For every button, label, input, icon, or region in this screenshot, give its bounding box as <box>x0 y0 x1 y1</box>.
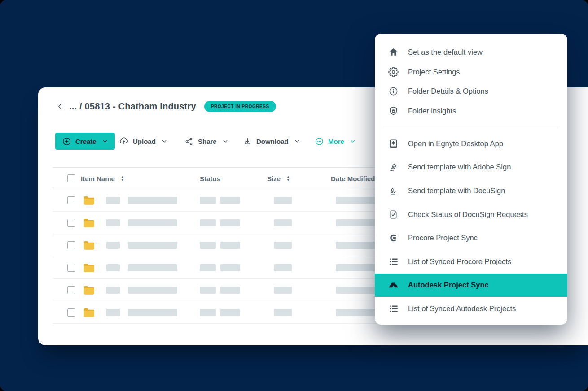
menu-item-label: List of Synced Autodesk Projects <box>408 304 516 313</box>
menu-item-list-of-synced-procore-projects[interactable]: List of Synced Procore Projects <box>375 250 567 274</box>
menu-item-label: Check Status of DocuSign Requests <box>408 210 528 219</box>
column-header-date-modified: Date Modified <box>331 174 375 182</box>
download-button[interactable]: Download <box>243 133 300 150</box>
row-checkbox[interactable] <box>67 308 75 317</box>
skeleton-bar <box>220 309 240 316</box>
menu-item-label: Open in Egnyte Desktop App <box>408 139 503 148</box>
skeleton-bar <box>200 287 216 294</box>
list-icon <box>387 256 399 267</box>
ellipsis-circle-icon <box>315 137 324 146</box>
chevron-down-icon <box>102 138 108 144</box>
skeleton-bar <box>200 309 216 316</box>
skeleton-bar <box>128 219 177 226</box>
chevron-down-icon <box>350 138 356 144</box>
skeleton-bar <box>274 287 292 294</box>
row-checkbox[interactable] <box>67 219 75 227</box>
menu-item-label: List of Synced Procore Projects <box>408 257 511 266</box>
menu-item-autodesk-project-sync[interactable]: Autodesk Project Sync <box>375 274 567 297</box>
menu-item-label: Set as the default view <box>408 48 483 56</box>
context-menu: Set as the default viewProject SettingsF… <box>375 34 567 325</box>
menu-item-list-of-synced-autodesk-projects[interactable]: List of Synced Autodesk Projects <box>375 297 567 321</box>
menu-item-label: Send template with Adobe Sign <box>408 163 511 171</box>
cloud-upload-icon <box>119 136 129 146</box>
menu-item-send-template-with-docusign[interactable]: Send template with DocuSign <box>375 179 567 203</box>
skeleton-bar <box>200 197 216 204</box>
menu-item-project-settings[interactable]: Project Settings <box>375 62 567 82</box>
chevron-left-icon <box>56 102 65 111</box>
row-checkbox[interactable] <box>67 241 75 249</box>
menu-item-folder-details-options[interactable]: Folder Details & Options <box>375 82 567 101</box>
upload-button[interactable]: Upload <box>119 133 167 150</box>
table-row <box>53 256 382 279</box>
skeleton-bar <box>274 219 292 226</box>
table-header-row: Item Name▲▼StatusSize▲▼Date Modified <box>53 167 382 189</box>
skeleton-bar <box>106 242 120 249</box>
egnyte-desktop-icon <box>387 138 399 149</box>
sort-icon[interactable]: ▲▼ <box>286 175 290 182</box>
row-checkbox[interactable] <box>67 196 75 204</box>
home-icon <box>387 47 399 58</box>
sort-icon[interactable]: ▲▼ <box>121 175 124 182</box>
menu-item-label: Folder Details & Options <box>408 87 488 96</box>
skeleton-bar <box>128 287 177 294</box>
table-row <box>53 301 382 324</box>
row-checkbox[interactable] <box>67 264 75 272</box>
skeleton-bar <box>274 309 292 316</box>
folder-icon <box>83 240 95 250</box>
share-nodes-icon <box>184 137 194 146</box>
menu-item-check-status-of-docusign-requests[interactable]: Check Status of DocuSign Requests <box>375 203 567 226</box>
page-title: ... / 05813 - Chatham Industry <box>69 101 196 112</box>
chevron-down-icon <box>294 138 300 144</box>
row-checkbox[interactable] <box>67 286 75 294</box>
skeleton-bar <box>200 264 216 271</box>
table-row <box>53 279 382 301</box>
list-icon <box>387 303 399 314</box>
skeleton-bar <box>220 197 240 204</box>
chevron-down-icon <box>222 138 228 144</box>
menu-item-label: Autodesk Project Sync <box>408 281 489 289</box>
menu-item-label: Procore Project Sync <box>408 234 478 242</box>
create-button[interactable]: Create <box>55 133 115 150</box>
skeleton-bar <box>106 197 120 204</box>
skeleton-bar <box>128 242 177 249</box>
menu-item-label: Folder insights <box>408 107 456 115</box>
menu-item-send-template-with-adobe-sign[interactable]: Send template with Adobe Sign <box>375 156 567 179</box>
menu-group: Open in Egnyte Desktop AppSend template … <box>375 132 567 321</box>
menu-divider <box>384 126 558 126</box>
more-button[interactable]: More <box>315 133 356 150</box>
upload-label: Upload <box>133 138 156 145</box>
select-all-checkbox[interactable] <box>67 174 75 182</box>
menu-item-procore-project-sync[interactable]: Procore Project Sync <box>375 226 567 250</box>
column-header-item-name[interactable]: Item Name▲▼ <box>81 174 124 182</box>
table-row <box>53 234 382 256</box>
column-header-size[interactable]: Size▲▼ <box>267 174 290 182</box>
skeleton-bar <box>106 287 120 294</box>
info-icon <box>387 86 399 97</box>
menu-item-open-in-egnyte-desktop-app[interactable]: Open in Egnyte Desktop App <box>375 132 567 156</box>
table-row <box>53 189 382 212</box>
procore-icon <box>387 232 399 244</box>
shield-lock-icon <box>387 105 399 117</box>
folder-icon <box>83 218 95 227</box>
folder-icon <box>83 308 95 317</box>
share-button[interactable]: Share <box>184 133 228 150</box>
more-label: More <box>328 138 344 145</box>
doc-check-icon <box>387 209 399 220</box>
skeleton-bar <box>128 309 177 316</box>
autodesk-icon <box>387 279 399 291</box>
skeleton-bar <box>220 287 240 294</box>
skeleton-bar <box>128 264 177 271</box>
menu-item-set-as-the-default-view[interactable]: Set as the default view <box>375 43 567 62</box>
skeleton-bar <box>128 197 177 204</box>
file-table: Item Name▲▼StatusSize▲▼Date Modified <box>53 167 382 324</box>
menu-item-folder-insights[interactable]: Folder insights <box>375 101 567 121</box>
status-badge: PROJECT IN PROGRESS <box>204 101 276 112</box>
docusign-icon <box>387 185 399 196</box>
adobe-sign-icon <box>387 161 399 173</box>
skeleton-bar <box>274 264 292 271</box>
download-label: Download <box>256 138 289 145</box>
menu-item-label: Send template with DocuSign <box>408 187 505 195</box>
folder-icon <box>83 285 95 295</box>
chevron-down-icon <box>161 138 167 144</box>
back-button[interactable] <box>55 102 65 112</box>
